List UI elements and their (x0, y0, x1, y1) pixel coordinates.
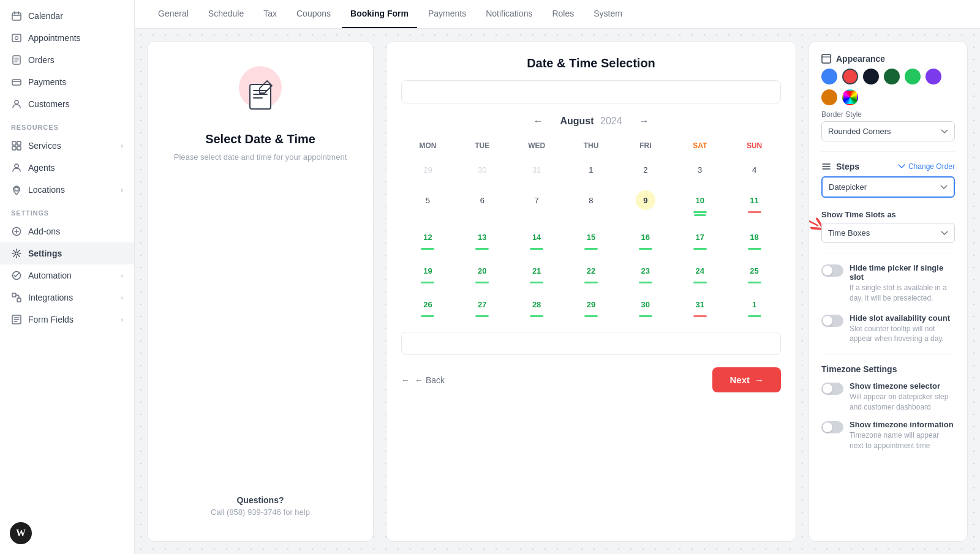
cal-day[interactable]: 10 (673, 185, 726, 221)
cal-day[interactable]: 21 (510, 256, 564, 288)
hide-slot-toggle[interactable] (821, 315, 843, 327)
main-area: General Schedule Tax Coupons Booking For… (135, 0, 980, 554)
wp-icon[interactable]: W (10, 522, 32, 544)
sidebar-item-locations[interactable]: Locations › (0, 179, 134, 201)
cal-day[interactable]: 18 (728, 222, 781, 255)
hide-timepicker-toggle[interactable] (821, 264, 843, 277)
tab-payments[interactable]: Payments (420, 0, 475, 28)
calendar-card: Date & Time Selection ← August 2024 → MO… (386, 41, 796, 542)
svg-rect-1 (12, 34, 21, 42)
show-tz-selector-text: Show timezone selector Will appear on da… (850, 381, 955, 413)
cal-day[interactable]: 16 (619, 222, 672, 255)
sidebar-item-services[interactable]: Services › (0, 135, 134, 157)
sidebar-item-settings[interactable]: Settings (0, 242, 134, 264)
tab-system[interactable]: System (585, 0, 631, 28)
swatch-blue[interactable] (821, 69, 837, 84)
preview-title: Select Date & Time (205, 132, 315, 146)
cal-day[interactable]: 13 (456, 222, 509, 255)
cal-day[interactable]: 22 (565, 256, 618, 288)
cal-day[interactable]: 7 (510, 185, 564, 221)
cal-day[interactable]: 29 (401, 155, 454, 184)
sidebar-item-locations-label: Locations (28, 185, 65, 195)
cal-day[interactable]: 5 (401, 185, 454, 221)
swatch-black[interactable] (863, 69, 879, 84)
cal-day[interactable]: 30 (619, 290, 672, 322)
back-button[interactable]: ← ← Back (401, 375, 445, 385)
calendar-search-input[interactable] (401, 80, 781, 103)
sidebar-item-automation-label: Automation (28, 271, 72, 280)
tab-coupons[interactable]: Coupons (288, 0, 339, 28)
questions-title: Questions? (211, 495, 310, 505)
cal-day[interactable]: 4 (728, 155, 781, 184)
time-slots-select[interactable]: Time Boxes Dropdown List (821, 223, 955, 243)
cal-day[interactable]: 14 (510, 222, 564, 255)
cal-day[interactable]: 1 (565, 155, 618, 184)
tab-roles[interactable]: Roles (543, 0, 582, 28)
cal-day[interactable]: 23 (619, 256, 672, 288)
calendar-icon (11, 10, 22, 21)
cal-day[interactable]: 26 (401, 290, 454, 322)
cal-day[interactable]: 24 (673, 256, 726, 288)
next-month-button[interactable]: → (635, 113, 654, 129)
tab-booking-form[interactable]: Booking Form (342, 0, 417, 28)
swatch-green[interactable] (905, 69, 921, 84)
cal-day[interactable]: 30 (456, 155, 509, 184)
calendar-title: Date & Time Selection (401, 56, 781, 70)
svg-rect-16 (17, 298, 21, 302)
cal-day[interactable]: 1 (728, 290, 781, 322)
services-icon (11, 140, 22, 151)
sidebar-item-customers[interactable]: Customers (0, 93, 134, 115)
datepicker-select[interactable]: Datepicker List View (821, 176, 955, 198)
change-order-button[interactable]: Change Order (897, 162, 955, 171)
show-tz-selector-toggle[interactable] (821, 383, 843, 395)
cal-day[interactable]: 25 (728, 256, 781, 288)
back-label: ← Back (415, 375, 445, 385)
svg-rect-8 (12, 146, 16, 150)
cal-day[interactable]: 27 (456, 290, 509, 322)
cal-day[interactable]: 2 (619, 155, 672, 184)
cal-day[interactable]: 31 (510, 155, 564, 184)
cal-day[interactable]: 3 (673, 155, 726, 184)
tab-schedule[interactable]: Schedule (200, 0, 252, 28)
swatch-purple[interactable] (925, 69, 941, 84)
cal-day[interactable]: 31 (673, 290, 726, 322)
cal-day[interactable]: 15 (565, 222, 618, 255)
tab-tax[interactable]: Tax (255, 0, 285, 28)
sidebar-item-addons[interactable]: Add-ons (0, 220, 134, 242)
next-button[interactable]: Next → (712, 367, 781, 392)
cal-day[interactable]: 12 (401, 222, 454, 255)
swatch-dark-green[interactable] (884, 69, 900, 84)
border-style-select[interactable]: Rounded Corners Square Corners No Border (821, 121, 955, 141)
sidebar-item-calendar[interactable]: Calendar (0, 5, 134, 27)
cal-day[interactable]: 6 (456, 185, 509, 221)
sidebar-item-payments[interactable]: Payments (0, 71, 134, 93)
sidebar-item-orders[interactable]: Orders (0, 49, 134, 71)
cal-day[interactable]: 19 (401, 256, 454, 288)
swatch-rainbow[interactable] (842, 89, 858, 105)
cal-day[interactable]: 29 (565, 290, 618, 322)
prev-month-button[interactable]: ← (528, 113, 548, 129)
cal-day[interactable]: 17 (673, 222, 726, 255)
cal-day[interactable]: 11 (728, 185, 781, 221)
svg-point-10 (15, 164, 18, 168)
cal-day[interactable]: 8 (565, 185, 618, 221)
sidebar-item-integrations[interactable]: Integrations › (0, 286, 134, 309)
sidebar-item-agents[interactable]: Agents (0, 157, 134, 179)
swatch-red[interactable] (842, 69, 858, 84)
appearance-icon (821, 54, 831, 64)
sidebar-item-automation[interactable]: Automation › (0, 264, 134, 286)
show-tz-selector-sub: Will appear on datepicker step and custo… (850, 392, 955, 413)
cal-footer-input[interactable] (401, 332, 781, 355)
sidebar-item-appointments[interactable]: Appointments (0, 27, 134, 49)
show-tz-info-toggle[interactable] (821, 421, 843, 433)
cal-day[interactable]: 20 (456, 256, 509, 288)
next-arrow-icon: → (755, 375, 764, 385)
cal-day[interactable]: 28 (510, 290, 564, 322)
tab-notifications[interactable]: Notifications (477, 0, 541, 28)
swatch-amber[interactable] (821, 89, 837, 105)
sidebar-item-formfields[interactable]: Form Fields › (0, 309, 134, 331)
cal-day-today[interactable]: 9 (619, 185, 672, 221)
tab-general[interactable]: General (149, 0, 197, 28)
calendar-nav: ← August 2024 → (401, 113, 781, 129)
hide-timepicker-title: Hide time picker if single slot (850, 263, 955, 282)
